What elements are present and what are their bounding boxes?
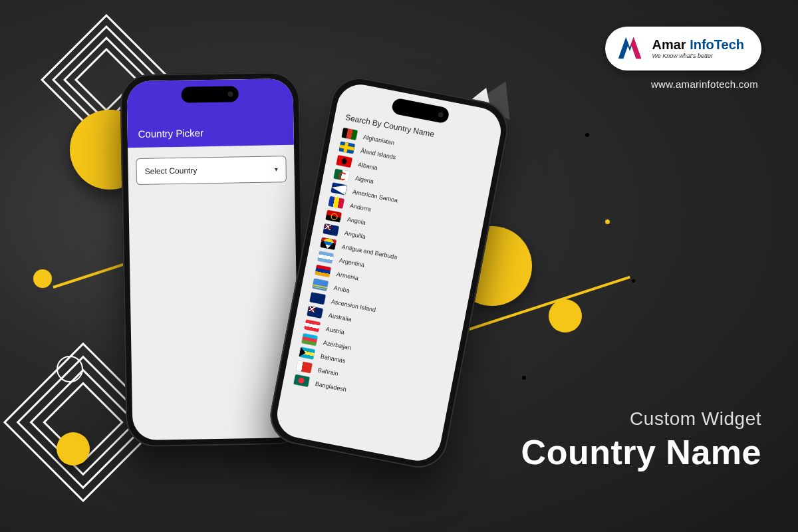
chevron-down-icon: ▾ <box>275 166 278 173</box>
promo-stage: Amar InfoTech We Know what's better www.… <box>0 0 798 532</box>
country-name: Australia <box>328 311 352 322</box>
flag-icon <box>299 347 315 360</box>
flag-icon <box>312 279 328 291</box>
flag-icon <box>315 265 331 277</box>
select-country-dropdown[interactable]: Select Country ▾ <box>136 156 287 185</box>
flag-icon <box>296 360 312 373</box>
country-name: Albania <box>357 161 378 172</box>
brand-logo-icon <box>614 33 645 64</box>
country-name: Anguilla <box>344 229 366 240</box>
dynamic-island <box>181 86 238 102</box>
decor-dot <box>605 219 610 224</box>
flag-icon <box>317 251 333 263</box>
country-name: Argentina <box>338 257 365 268</box>
decor-ring <box>57 356 83 382</box>
flag-icon <box>293 374 309 387</box>
decor-circle <box>57 432 90 466</box>
country-name: Algeria <box>354 174 374 184</box>
select-label: Select Country <box>145 166 198 176</box>
flag-icon <box>320 237 336 250</box>
headline-small: Custom Widget <box>521 408 761 430</box>
country-name: Bahamas <box>320 352 346 364</box>
decor-dot <box>632 279 635 283</box>
flag-icon <box>323 223 338 236</box>
country-name: Austria <box>325 325 344 335</box>
country-list[interactable]: AfghanistanÅland IslandsAlbaniaAlgeriaAm… <box>281 124 497 426</box>
app-bar-title: Country Picker <box>138 127 204 140</box>
flag-icon <box>309 292 325 305</box>
country-name: Andorra <box>349 202 371 213</box>
decor-dot <box>522 376 526 380</box>
brand-logo-badge: Amar InfoTech We Know what's better <box>605 27 761 70</box>
flag-icon <box>301 333 317 346</box>
brand-name: Amar InfoTech <box>652 38 744 51</box>
flag-icon <box>328 196 344 209</box>
country-name: Aruba <box>333 284 350 293</box>
flag-icon <box>333 169 349 182</box>
country-name: Bahrain <box>317 366 338 377</box>
flag-icon <box>331 182 346 195</box>
country-name: Armenia <box>336 271 359 281</box>
decor-dot <box>585 133 589 137</box>
phone-mockup-right: Search By Country Name AfghanistanÅland … <box>265 72 513 472</box>
flag-icon <box>325 210 341 223</box>
headline-large: Country Name <box>521 432 761 472</box>
decor-circle <box>549 299 582 332</box>
brand-url: www.amarinfotech.com <box>651 78 758 90</box>
country-name: Angola <box>346 215 366 225</box>
flag-icon <box>304 319 320 332</box>
headline: Custom Widget Country Name <box>521 408 761 472</box>
brand-tagline: We Know what's better <box>652 53 744 59</box>
flag-icon <box>336 155 352 168</box>
decor-circle <box>33 269 52 288</box>
flag-icon <box>341 128 357 140</box>
country-name: Azerbaijan <box>323 339 352 351</box>
flag-icon <box>338 142 354 154</box>
flag-icon <box>307 306 323 319</box>
country-name: Bangladesh <box>315 380 347 393</box>
